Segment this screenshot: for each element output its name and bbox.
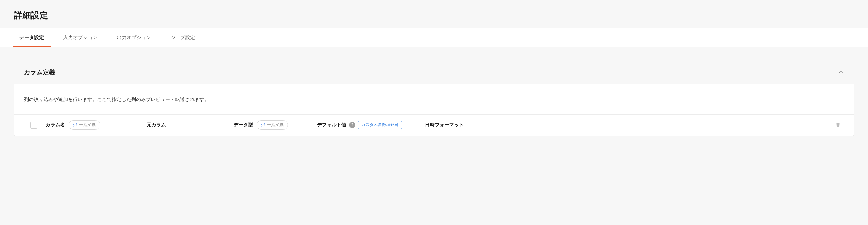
col-header-source: 元カラム — [147, 122, 234, 128]
content-area: カラム定義 列の絞り込みや追加を行います。ここで指定した列のみプレビュー・転送さ… — [0, 47, 868, 149]
bulk-convert-button-name[interactable]: 一括変換 — [69, 120, 100, 130]
tab-bar: データ設定 入力オプション 出力オプション ジョブ設定 — [0, 28, 868, 47]
swap-icon — [261, 123, 265, 127]
panel-header[interactable]: カラム定義 — [14, 60, 854, 84]
help-icon[interactable]: ? — [349, 122, 355, 128]
panel-title: カラム定義 — [24, 68, 55, 76]
tab-label: データ設定 — [19, 34, 44, 40]
col-header-datetime-format: 日時フォーマット — [425, 122, 495, 128]
tab-output-options[interactable]: 出力オプション — [107, 28, 161, 47]
pill-label: 一括変換 — [267, 122, 284, 128]
th-datetime-format: 日時フォーマット — [425, 122, 464, 128]
table-header-row: カラム名 一括変換 元カラム データ型 一括変換 — [14, 114, 854, 136]
col-header-default: デフォルト値 ? カスタム変数埋込可 — [317, 121, 425, 129]
th-data-type: データ型 — [234, 122, 253, 128]
tab-job-settings[interactable]: ジョブ設定 — [161, 28, 205, 47]
th-source-column: 元カラム — [147, 122, 166, 128]
th-column-name: カラム名 — [46, 122, 65, 128]
panel-column-definition: カラム定義 列の絞り込みや追加を行います。ここで指定した列のみプレビュー・転送さ… — [14, 60, 854, 136]
chevron-up-icon — [838, 69, 844, 75]
tab-label: ジョブ設定 — [171, 34, 195, 40]
page-header: 詳細設定 — [0, 0, 868, 28]
panel-description: 列の絞り込みや追加を行います。ここで指定した列のみプレビュー・転送されます。 — [14, 84, 854, 114]
bulk-convert-button-type[interactable]: 一括変換 — [257, 120, 288, 130]
pill-label: 一括変換 — [79, 122, 96, 128]
trash-icon[interactable] — [835, 122, 841, 128]
col-select-all — [24, 122, 46, 129]
tab-label: 入力オプション — [63, 34, 97, 40]
custom-var-badge: カスタム変数埋込可 — [358, 121, 402, 129]
page-title: 詳細設定 — [14, 10, 854, 21]
th-default-value: デフォルト値 — [317, 122, 346, 128]
col-header-data-type: データ型 一括変換 — [234, 120, 317, 130]
col-actions — [495, 122, 844, 128]
col-header-column-name: カラム名 一括変換 — [46, 120, 147, 130]
tab-data-settings[interactable]: データ設定 — [10, 28, 54, 47]
swap-icon — [73, 123, 77, 127]
tab-label: 出力オプション — [117, 34, 151, 40]
select-all-checkbox[interactable] — [30, 122, 37, 129]
tab-input-options[interactable]: 入力オプション — [54, 28, 107, 47]
